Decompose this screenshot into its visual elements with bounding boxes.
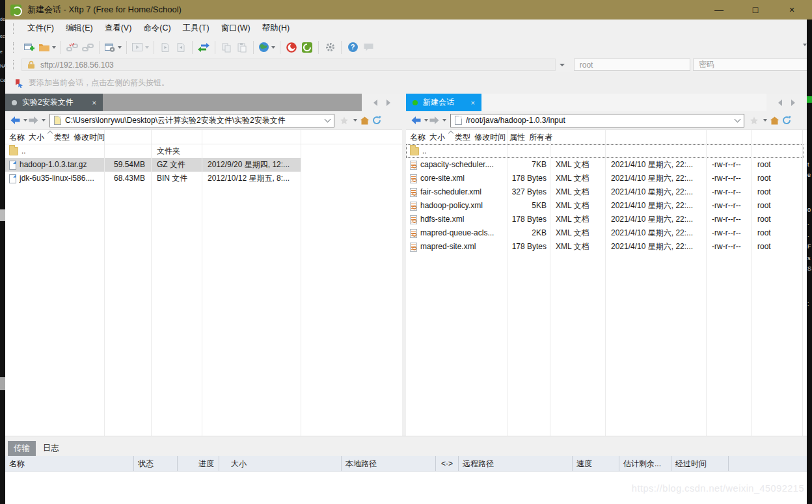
column-header[interactable]: 类型 (50, 130, 70, 144)
tab-scroll-left-icon[interactable] (778, 99, 782, 106)
tab-scroll-right-icon[interactable] (791, 99, 795, 106)
remote-favorites-dropdown[interactable] (763, 119, 767, 122)
file-row[interactable]: .. 文件夹 (5, 144, 301, 158)
remote-tab-label: 新建会话 (423, 97, 454, 108)
column-header[interactable]: 估计剩余... (619, 456, 671, 471)
password-field[interactable]: 密码 (693, 59, 809, 71)
session-properties-icon[interactable] (103, 40, 123, 55)
file-owner: root (751, 226, 802, 240)
menu-item[interactable]: 查看(V) (99, 20, 138, 36)
tab-scroll-left-icon[interactable] (373, 99, 377, 106)
column-header[interactable]: 状态 (134, 456, 178, 471)
remote-refresh-icon[interactable] (782, 116, 791, 125)
csdn-watermark: https://blog.csdn.net/weixin_45092215 (632, 483, 804, 494)
open-folder-icon[interactable] (37, 40, 57, 55)
file-size: 7KB (508, 158, 550, 172)
local-back-dropdown[interactable] (23, 119, 27, 122)
column-header[interactable]: 修改时间 (70, 130, 105, 144)
file-row[interactable]: mapred-queue-acls... 2KB XML 文档 2021/4/1… (406, 226, 802, 240)
transfer-icon[interactable] (196, 40, 211, 55)
menu-item[interactable]: 帮助(H) (256, 20, 295, 36)
column-header[interactable]: <-> (436, 456, 459, 471)
column-header[interactable]: 属性 (506, 130, 525, 144)
column-header[interactable]: 名称 (5, 130, 25, 144)
session-properties-dropdown[interactable] (118, 46, 122, 49)
remote-back-dropdown[interactable] (424, 119, 428, 122)
file-modified: 2012/9/20 星期四, 12:... (202, 158, 301, 172)
remote-rows: .. capacity-scheduler.... 7KB XML 文档 202… (406, 144, 807, 254)
local-home-icon[interactable] (360, 116, 370, 125)
open-folder-dropdown[interactable] (52, 46, 56, 49)
minimize-button[interactable]: — (710, 5, 727, 15)
local-back-button[interactable] (10, 116, 20, 124)
file-type-icon (410, 215, 417, 224)
username-field[interactable]: root (574, 59, 690, 71)
column-header[interactable]: 大小 (426, 130, 451, 144)
file-size (104, 144, 151, 158)
close-button[interactable]: × (783, 5, 800, 15)
column-header[interactable]: 名称 (406, 130, 426, 144)
options-gear-icon[interactable] (322, 40, 338, 55)
maximize-button[interactable]: □ (747, 5, 764, 15)
column-header[interactable]: 修改时间 (470, 130, 506, 144)
transfer-list: https://blog.csdn.net/weixin_45092215 (5, 471, 807, 503)
local-refresh-icon[interactable] (372, 116, 381, 125)
new-session-icon[interactable] (21, 40, 37, 55)
remote-forward-dropdown[interactable] (442, 119, 446, 122)
column-header[interactable]: 经过时间 (671, 456, 729, 471)
file-row[interactable]: hdfs-site.xml 178 Bytes XML 文档 2021/4/10… (406, 213, 802, 226)
file-row[interactable]: hadoop-policy.xml 5KB XML 文档 2021/4/10 星… (406, 199, 802, 213)
remote-tab[interactable]: 新建会话 × (406, 94, 481, 111)
menu-item[interactable]: 工具(T) (177, 20, 215, 36)
file-owner (751, 144, 802, 158)
file-row[interactable]: capacity-scheduler.... 7KB XML 文档 2021/4… (406, 158, 802, 172)
menu-item[interactable]: 文件(F) (21, 20, 60, 36)
column-header[interactable]: 进度 (178, 456, 219, 471)
local-path-chevron[interactable] (325, 116, 331, 122)
local-tab-label: 实验2安装文件 (22, 97, 74, 108)
xftp-icon[interactable] (299, 40, 315, 55)
column-header[interactable]: 本地路径 (342, 456, 436, 471)
local-forward-dropdown[interactable] (42, 119, 46, 122)
tab-scroll-right-icon[interactable] (386, 99, 390, 106)
column-header[interactable]: 所有者 (525, 130, 552, 144)
local-tab[interactable]: 实验2安装文件 × (5, 94, 103, 111)
column-header[interactable]: 名称 (5, 456, 134, 471)
local-forward-button[interactable] (29, 116, 38, 124)
file-modified: 2021/4/10 星期六, 22:... (605, 185, 706, 199)
column-header[interactable]: 速度 (573, 456, 619, 471)
transfer-list-header: 名称状态进度大小本地路径<->远程路径速度估计剩余...经过时间 (5, 456, 807, 471)
file-row[interactable]: core-site.xml 178 Bytes XML 文档 2021/4/10… (406, 172, 802, 185)
local-rows: .. 文件夹 hadoop-1.0.3.tar.gz 59.54MB GZ 文件… (5, 144, 402, 185)
file-row[interactable]: fair-scheduler.xml 327 Bytes XML 文档 2021… (406, 185, 802, 199)
local-favorites-dropdown[interactable] (353, 119, 357, 122)
web-dropdown[interactable] (271, 46, 275, 49)
remote-forward-button[interactable] (429, 116, 439, 124)
local-path-combo[interactable]: C:\Users\lonrywu\Desktop\云计算实验2安装文件\实验2安… (49, 114, 334, 127)
remote-home-icon[interactable] (770, 116, 779, 125)
feedback-icon[interactable] (360, 40, 376, 55)
column-header[interactable]: 远程路径 (459, 456, 573, 471)
transfer-tab[interactable]: 传输 (8, 441, 36, 456)
column-header[interactable]: 类型 (451, 130, 470, 144)
menu-item[interactable]: 编辑(E) (60, 20, 99, 36)
column-header[interactable]: 大小 (219, 456, 342, 471)
transfer-tab[interactable]: 日志 (37, 441, 65, 456)
menu-item[interactable]: 命令(C) (137, 20, 176, 36)
column-header[interactable]: 大小 (25, 130, 50, 144)
host-dropdown-chevron[interactable] (560, 64, 565, 66)
menu-item[interactable]: 窗口(W) (215, 20, 256, 36)
remote-path-chevron[interactable] (735, 116, 741, 122)
file-row[interactable]: hadoop-1.0.3.tar.gz 59.54MB GZ 文件 2012/9… (5, 158, 301, 172)
remote-path-combo[interactable]: /root/java/hadoop-1.0.3/input (450, 114, 744, 127)
xshell-icon[interactable] (284, 40, 299, 55)
local-tab-close-icon[interactable]: × (92, 99, 96, 107)
remote-tab-close-icon[interactable]: × (471, 99, 475, 107)
remote-back-button[interactable] (411, 116, 421, 124)
file-row[interactable]: jdk-6u35-linux-i586.... 68.43MB BIN 文件 2… (5, 172, 301, 185)
file-permissions: -rw-r--r-- (706, 158, 751, 172)
help-icon[interactable]: ? (345, 40, 360, 55)
web-icon[interactable] (257, 40, 277, 55)
host-address-combo[interactable]: sftp://192.168.56.103 (21, 59, 556, 71)
file-row[interactable]: mapred-site.xml 178 Bytes XML 文档 2021/4/… (406, 240, 802, 254)
